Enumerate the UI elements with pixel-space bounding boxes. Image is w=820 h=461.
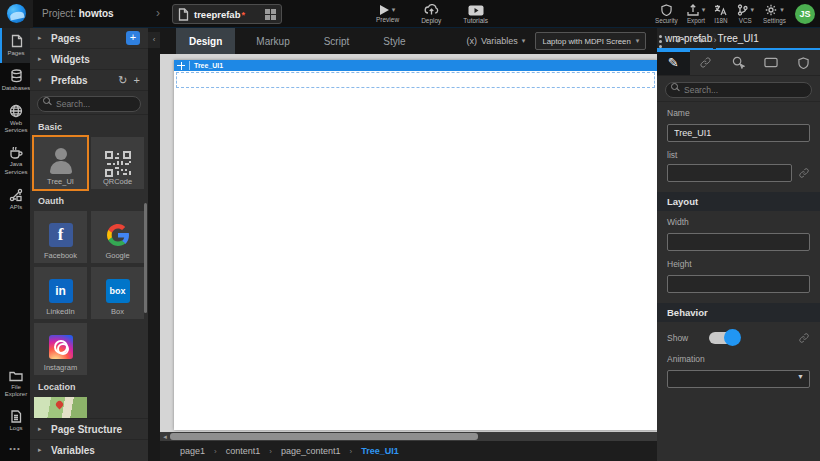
width-field[interactable]	[667, 233, 810, 251]
animation-select[interactable]	[667, 370, 810, 388]
tab-styles[interactable]	[690, 50, 723, 75]
rail-item-apis[interactable]: APIs	[0, 182, 30, 217]
rail-item-java-services[interactable]: Java Services	[0, 140, 30, 182]
tile-label: QRCode	[103, 177, 132, 186]
rail-item-logs[interactable]: Logs	[0, 404, 30, 438]
selected-widget-region[interactable]	[176, 72, 655, 88]
linkedin-icon: in	[49, 279, 73, 303]
width-field-label: Width	[667, 217, 810, 227]
breadcrumb-page1[interactable]: page1	[180, 446, 205, 456]
selbar-divider	[189, 61, 190, 70]
i18n-button[interactable]: I18N	[714, 4, 727, 24]
left-panel-scrollbar[interactable]	[144, 203, 147, 313]
search-icon	[671, 83, 678, 90]
rail-item-pages[interactable]: Pages	[0, 28, 30, 63]
export-button[interactable]: ▾ Export	[687, 4, 706, 24]
deploy-label: Deploy	[421, 17, 441, 24]
prefab-search-input[interactable]	[37, 96, 141, 112]
tile-label: Tree_UI	[47, 177, 74, 186]
page-switcher-icon[interactable]	[265, 9, 276, 20]
move-handle-icon[interactable]	[177, 62, 185, 70]
layout-section-header[interactable]: Layout	[657, 192, 820, 211]
widgets-section-header[interactable]: ▸ Widgets	[30, 49, 148, 70]
refresh-prefabs-icon[interactable]: ↻	[118, 75, 127, 86]
rail-label: Logs	[9, 425, 22, 433]
pages-section-header[interactable]: ▸ Pages +	[30, 28, 148, 49]
tab-script[interactable]: Script	[311, 28, 363, 54]
collapse-right-panel-button[interactable]: ›	[713, 33, 716, 49]
device-selector[interactable]: Laptop with MDPI Screen ▾	[535, 32, 646, 50]
name-field[interactable]	[667, 124, 810, 142]
settings-button[interactable]: ▾ Settings	[763, 4, 786, 24]
breadcrumb-page-content1[interactable]: page_content1	[281, 446, 341, 456]
canvas-more-menu-icon[interactable]	[655, 33, 666, 50]
box-icon: box	[106, 279, 130, 303]
breadcrumb-tree-ui1[interactable]: Tree_UI1	[361, 446, 399, 456]
prefab-tile-location-map[interactable]	[34, 397, 87, 418]
log-document-icon	[10, 410, 22, 423]
prefabs-section-header[interactable]: ▾ Prefabs ↻ +	[30, 70, 148, 91]
user-avatar[interactable]: JS	[795, 4, 815, 24]
open-page-tab[interactable]: treeprefab*	[172, 4, 282, 24]
tree-ui-avatar-icon	[46, 148, 76, 174]
behavior-section-header[interactable]: Behavior	[657, 303, 820, 322]
tab-properties[interactable]: ✎	[657, 50, 690, 75]
tab-events[interactable]	[722, 50, 755, 75]
show-toggle[interactable]	[709, 332, 739, 344]
rail-more-button[interactable]: •••	[0, 438, 30, 461]
prefab-tile-facebook[interactable]: f Facebook	[34, 211, 87, 263]
height-field[interactable]	[667, 275, 810, 293]
add-page-button[interactable]: +	[126, 31, 140, 45]
add-prefab-icon[interactable]: +	[134, 75, 140, 86]
page-structure-section-header[interactable]: ▸ Page Structure	[30, 418, 148, 439]
variables-dropdown-button[interactable]: (x) Variables ▾	[467, 36, 526, 46]
wavemaker-logo[interactable]	[0, 0, 33, 28]
tab-device[interactable]	[755, 50, 788, 75]
tutorials-button[interactable]: Tutorials	[463, 5, 488, 24]
rail-item-databases[interactable]: Databases	[0, 63, 30, 98]
preview-chevron-icon[interactable]: ▾	[392, 6, 396, 14]
property-search-input[interactable]	[665, 82, 812, 98]
settings-chevron-icon[interactable]: ▾	[780, 6, 784, 14]
prefab-tile-tree-ui[interactable]: Tree_UI	[34, 137, 87, 189]
tab-style[interactable]: Style	[370, 28, 418, 54]
link-icon	[699, 56, 712, 69]
vcs-button[interactable]: ▾ VCS	[737, 4, 755, 24]
device-selector-label: Laptop with MDPI Screen	[542, 37, 630, 46]
design-canvas[interactable]: Tree_UI1	[160, 54, 657, 432]
vcs-chevron-icon[interactable]: ▾	[751, 6, 755, 14]
list-field[interactable]	[667, 164, 792, 182]
tab-design[interactable]: Design	[176, 28, 235, 54]
tab-security[interactable]	[787, 50, 820, 75]
security-button[interactable]: Security	[655, 4, 678, 24]
rail-spacer	[0, 217, 30, 364]
prefab-tile-instagram[interactable]: Instagram	[34, 323, 87, 375]
play-icon	[380, 5, 389, 15]
undo-button[interactable]: ↶	[675, 35, 685, 47]
rail-item-web-services[interactable]: Web Services	[0, 98, 30, 141]
variables-label: Variables	[51, 445, 140, 456]
collapsed-arrow-icon: ▸	[38, 425, 45, 433]
prefab-tile-box[interactable]: box Box	[91, 267, 144, 319]
breadcrumb-content1[interactable]: content1	[226, 446, 261, 456]
deploy-button[interactable]: Deploy	[421, 4, 441, 24]
tab-markup[interactable]: Markup	[243, 28, 302, 54]
export-chevron-icon[interactable]: ▾	[702, 6, 706, 14]
prefab-tile-google[interactable]: Google	[91, 211, 144, 263]
scroll-left-arrow-icon[interactable]: ◂	[160, 433, 170, 441]
variables-section-header[interactable]: ▸ Variables	[30, 439, 148, 460]
bind-show-icon[interactable]	[798, 332, 810, 344]
canvas-horizontal-scrollbar[interactable]: ◂	[160, 432, 657, 441]
selected-widget-bar[interactable]: Tree_UI1	[174, 60, 657, 71]
prefab-tile-qrcode[interactable]: QRCode	[91, 137, 144, 189]
redo-button[interactable]: ↷	[694, 35, 704, 47]
bind-list-icon[interactable]	[798, 167, 810, 179]
rail-item-file-explorer[interactable]: File Explorer	[0, 364, 30, 405]
page-surface[interactable]: Tree_UI1	[174, 60, 657, 430]
collapse-left-panel-button[interactable]: ‹	[148, 32, 160, 48]
scrollbar-thumb[interactable]	[170, 433, 478, 440]
prefab-tile-linkedin[interactable]: in LinkedIn	[34, 267, 87, 319]
preview-button[interactable]: ▾ Preview	[376, 5, 399, 23]
tile-label: Instagram	[44, 363, 77, 372]
security-label: Security	[655, 17, 678, 24]
